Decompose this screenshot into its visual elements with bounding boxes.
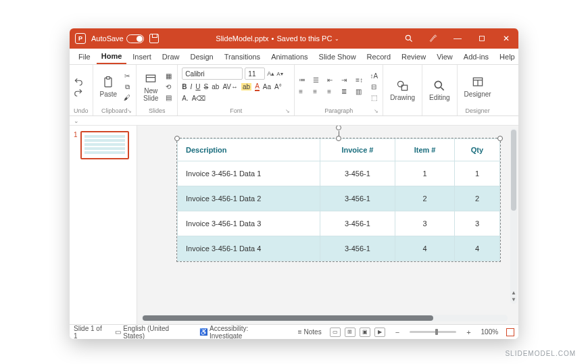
table-row[interactable]: Invoice 3-456-1 Data 2 3-456-1 2 2 — [178, 186, 500, 211]
table-row[interactable]: Invoice 3-456-1 Data 4 3-456-1 4 4 — [178, 236, 500, 261]
cell-qty[interactable]: 2 — [454, 186, 499, 211]
subscript-button[interactable]: A. — [182, 95, 188, 102]
maximize-button[interactable] — [470, 28, 494, 49]
align-right-icon[interactable]: ≡ — [327, 88, 338, 97]
redo-icon[interactable] — [74, 88, 83, 97]
tab-review[interactable]: Review — [397, 49, 431, 64]
language-indicator[interactable]: ▭English (United States) — [115, 325, 191, 340]
save-icon[interactable] — [149, 34, 159, 43]
data-table[interactable]: Description Invoice # Item # Qty Invoice… — [177, 138, 500, 261]
clear-format-button[interactable]: A⌫ — [192, 95, 206, 102]
zoom-level[interactable]: 100% — [481, 328, 499, 336]
slide-indicator[interactable]: Slide 1 of 1 — [74, 325, 107, 340]
designer-button[interactable]: Designer — [462, 74, 494, 99]
graphics-format-button[interactable] — [421, 28, 445, 49]
cell-qty[interactable]: 3 — [454, 211, 499, 236]
align-center-icon[interactable]: ≡ — [313, 88, 324, 97]
zoom-knob[interactable] — [435, 329, 438, 335]
normal-view-button[interactable]: ▭ — [330, 328, 341, 337]
clipboard-launcher-icon[interactable]: ↘ — [127, 108, 132, 114]
cut-icon[interactable]: ✂ — [122, 72, 132, 81]
table-row[interactable]: Invoice 3-456-1 Data 1 3-456-1 1 1 — [178, 161, 500, 186]
th-item[interactable]: Item # — [395, 139, 455, 161]
tab-home[interactable]: Home — [97, 49, 127, 64]
justify-icon[interactable]: ≣ — [341, 88, 352, 97]
scrollbar-thumb[interactable] — [143, 315, 433, 321]
grow-font-icon[interactable]: A▴ — [267, 70, 274, 77]
align-text-icon[interactable]: ⊟ — [369, 82, 378, 92]
font-name-combo[interactable]: Calibri — [182, 68, 243, 80]
zoom-slider[interactable] — [410, 331, 456, 333]
bold-button[interactable]: B — [182, 83, 187, 90]
font-size-combo[interactable]: 11 — [245, 68, 265, 80]
reset-icon[interactable]: ⟲ — [164, 82, 173, 92]
shrink-font-icon[interactable]: A▾ — [276, 71, 283, 77]
th-description[interactable]: Description — [178, 139, 320, 161]
slide-canvas[interactable]: Description Invoice # Item # Qty Invoice… — [137, 126, 518, 324]
tab-view[interactable]: View — [432, 49, 458, 64]
th-invoice[interactable]: Invoice # — [320, 139, 395, 161]
highlight-button[interactable]: ab — [241, 83, 251, 90]
tab-slideshow[interactable]: Slide Show — [314, 49, 361, 64]
zoom-out-button[interactable]: − — [393, 328, 401, 336]
editing-button[interactable]: Editing — [426, 78, 453, 103]
sorter-view-button[interactable]: ⊞ — [345, 328, 356, 337]
accessibility-indicator[interactable]: ♿Accessibility: Investigate — [199, 325, 282, 340]
minimize-button[interactable]: — — [445, 28, 470, 49]
next-slide-icon[interactable]: ▼ — [511, 296, 516, 303]
horizontal-scrollbar[interactable] — [141, 315, 508, 321]
search-button[interactable] — [397, 28, 421, 49]
indent-increase-icon[interactable]: ⇥ — [341, 76, 352, 86]
cell-desc[interactable]: Invoice 3-456-1 Data 3 — [178, 211, 320, 236]
table-object[interactable]: Description Invoice # Item # Qty Invoice… — [176, 138, 501, 262]
section-icon[interactable]: ▤ — [164, 93, 173, 103]
cell-item[interactable]: 4 — [395, 236, 455, 261]
tab-record[interactable]: Record — [362, 49, 395, 64]
numbering-icon[interactable]: ☰ — [313, 76, 324, 86]
cell-invoice[interactable]: 3-456-1 — [320, 161, 395, 186]
align-left-icon[interactable]: ≡ — [299, 88, 310, 97]
zoom-in-button[interactable]: + — [464, 328, 472, 336]
superscript-button[interactable]: A° — [274, 83, 282, 90]
notes-toggle[interactable]: ≡Notes — [298, 328, 322, 336]
tab-draw[interactable]: Draw — [157, 49, 185, 64]
th-qty[interactable]: Qty — [454, 139, 499, 161]
indent-decrease-icon[interactable]: ⇤ — [327, 76, 338, 86]
prev-slide-icon[interactable]: ▲ — [511, 290, 516, 296]
strikethrough-button[interactable]: S — [204, 83, 209, 90]
line-spacing-icon[interactable]: ≡↕ — [356, 76, 366, 86]
slideshow-view-button[interactable]: ▶ — [374, 328, 385, 337]
thumbnail-pane[interactable]: 1 — [70, 126, 137, 324]
cell-item[interactable]: 3 — [395, 211, 455, 236]
title-dropdown-icon[interactable]: ⌄ — [335, 36, 339, 42]
cell-invoice[interactable]: 3-456-1 — [320, 186, 395, 211]
paste-button[interactable]: Paste — [97, 74, 120, 99]
scrollbar-thumb[interactable] — [511, 130, 516, 211]
cell-item[interactable]: 2 — [395, 186, 455, 211]
undo-icon[interactable] — [74, 77, 83, 86]
tab-animations[interactable]: Animations — [266, 49, 312, 64]
cell-desc[interactable]: Invoice 3-456-1 Data 2 — [178, 186, 320, 211]
cell-invoice[interactable]: 3-456-1 — [320, 236, 395, 261]
tab-addins[interactable]: Add-ins — [459, 49, 493, 64]
underline-button[interactable]: U — [195, 83, 200, 90]
paragraph-launcher-icon[interactable]: ↘ — [374, 108, 378, 114]
tab-file[interactable]: File — [74, 49, 95, 64]
table-row[interactable]: Invoice 3-456-1 Data 3 3-456-1 3 3 — [178, 211, 500, 236]
cell-qty[interactable]: 1 — [454, 161, 499, 186]
cell-invoice[interactable]: 3-456-1 — [320, 211, 395, 236]
smartart-icon[interactable]: ⬚ — [369, 93, 378, 103]
layout-icon[interactable]: ▦ — [164, 72, 173, 81]
drawing-button[interactable]: Drawing — [387, 78, 418, 103]
font-color-button[interactable]: A — [255, 82, 260, 91]
shadow-button[interactable]: ab — [212, 83, 219, 90]
resize-handle-tr[interactable] — [497, 136, 503, 141]
cell-desc[interactable]: Invoice 3-456-1 Data 4 — [178, 236, 320, 261]
qat-chevron-icon[interactable]: ⌄ — [74, 118, 79, 124]
resize-handle-tl[interactable] — [174, 136, 180, 141]
tab-transitions[interactable]: Transitions — [220, 49, 265, 64]
cell-desc[interactable]: Invoice 3-456-1 Data 1 — [178, 161, 320, 186]
columns-icon[interactable]: ▥ — [356, 88, 366, 97]
tab-design[interactable]: Design — [185, 49, 218, 64]
bullets-icon[interactable]: ≔ — [299, 76, 310, 86]
